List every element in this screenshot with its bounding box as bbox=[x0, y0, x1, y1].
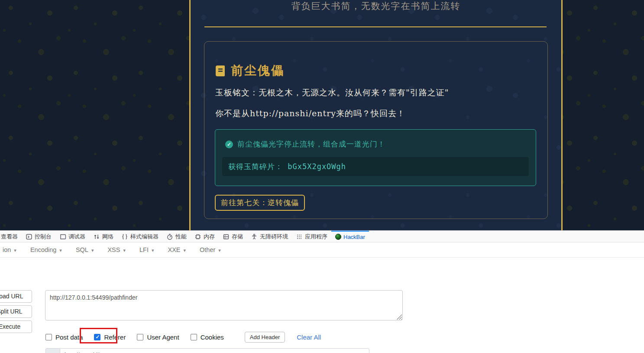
tab-storage[interactable]: 存储 bbox=[219, 231, 247, 242]
cookies-checkbox[interactable] bbox=[191, 334, 197, 340]
tab-network[interactable]: 网络 bbox=[89, 231, 117, 242]
webpage-viewport: 背负巨大书简，无数光字在书简上流转 前尘傀儡 玉板铭文：无根之木，无源之水。汝从… bbox=[0, 0, 644, 230]
accessibility-icon bbox=[251, 233, 258, 240]
devtools-panel: 查看器 控制台 调试器 网络 样式编辑器 性能 内存 存储 bbox=[0, 230, 644, 353]
hackbar-content: Load URL Split URL Execute http://127.0.… bbox=[0, 258, 644, 353]
application-icon bbox=[296, 233, 303, 240]
referer-value-input[interactable] bbox=[60, 348, 369, 353]
quest-inscription: 玉板铭文：无根之木，无源之水。汝从何来？需有"引路之证" bbox=[215, 87, 449, 98]
referer-prefix-label: R bbox=[45, 348, 60, 353]
quest-card: 前尘傀儡 玉板铭文：无根之木，无源之水。汝从何来？需有"引路之证" 你不是从ht… bbox=[204, 41, 548, 219]
options-row: Post data Referer User Agent Cookies Add… bbox=[45, 332, 321, 342]
menu-xss[interactable]: XSS bbox=[106, 245, 129, 255]
menu-encoding[interactable]: Encoding bbox=[29, 245, 65, 255]
split-url-button[interactable]: Split URL bbox=[0, 305, 32, 318]
menu-encryption[interactable]: ion bbox=[1, 245, 20, 255]
style-editor-icon bbox=[121, 233, 128, 240]
page-header-text: 背负巨大书简，无数光字在书简上流转 bbox=[191, 0, 561, 12]
devtools-tabbar: 查看器 控制台 调试器 网络 样式编辑器 性能 内存 存储 bbox=[0, 231, 644, 242]
url-input[interactable]: http://127.0.0.1:54499/pathfinder bbox=[45, 290, 403, 320]
load-url-button[interactable]: Load URL bbox=[0, 290, 32, 303]
referer-row: R bbox=[45, 348, 369, 353]
cookies-label: Cookies bbox=[201, 333, 224, 341]
memory-icon bbox=[194, 233, 201, 240]
quest-title: 前尘傀儡 bbox=[231, 62, 285, 79]
tab-hackbar[interactable]: HackBar bbox=[331, 231, 369, 242]
console-icon bbox=[26, 233, 32, 240]
clear-all-link[interactable]: Clear All bbox=[297, 333, 321, 341]
tab-performance[interactable]: 性能 bbox=[162, 231, 191, 242]
user-agent-checkbox[interactable] bbox=[137, 334, 143, 340]
referer-checkbox[interactable] bbox=[94, 334, 100, 340]
quest-warning: 你不是从http://panshi/entry来的吗？快回去！ bbox=[215, 108, 405, 119]
check-circle-icon: ✓ bbox=[225, 141, 233, 148]
tab-inspector[interactable]: 查看器 bbox=[0, 231, 22, 242]
hackbar-icon bbox=[335, 234, 341, 240]
scroll-column: 背负巨大书简，无数光字在书简上流转 前尘傀儡 玉板铭文：无根之木，无源之水。汝从… bbox=[189, 0, 563, 230]
tab-accessibility[interactable]: 无障碍环境 bbox=[247, 231, 292, 242]
user-agent-label: User Agent bbox=[147, 333, 179, 341]
post-data-label: Post data bbox=[55, 333, 83, 341]
gold-divider bbox=[204, 26, 547, 27]
next-level-button[interactable]: 前往第七关：逆转傀儡 bbox=[215, 195, 305, 211]
network-icon bbox=[93, 233, 100, 240]
tab-style-editor[interactable]: 样式编辑器 bbox=[117, 231, 162, 242]
success-box: ✓ 前尘傀儡光字停止流转，组合成一道光门！ 获得玉简碎片： bGx5X2gxOW… bbox=[215, 129, 536, 186]
storage-icon bbox=[223, 233, 230, 240]
fragment-box: 获得玉简碎片： bGx5X2gxOWgh bbox=[222, 157, 529, 176]
tab-memory[interactable]: 内存 bbox=[191, 231, 219, 242]
menu-xxe[interactable]: XXE bbox=[166, 245, 189, 255]
menu-other[interactable]: Other bbox=[198, 245, 224, 255]
fragment-text: 获得玉简碎片： bGx5X2gxOWgh bbox=[228, 162, 346, 172]
performance-icon bbox=[166, 233, 173, 240]
execute-button[interactable]: Execute bbox=[0, 320, 32, 333]
add-header-button[interactable]: Add Header bbox=[245, 332, 285, 343]
menu-lfi[interactable]: LFI bbox=[138, 245, 157, 255]
book-icon bbox=[215, 65, 225, 77]
hackbar-menubar: ion Encoding SQL XSS LFI XXE Other bbox=[0, 242, 644, 258]
success-message: 前尘傀儡光字停止流转，组合成一道光门！ bbox=[237, 139, 385, 149]
tab-console[interactable]: 控制台 bbox=[22, 231, 55, 242]
tab-debugger[interactable]: 调试器 bbox=[55, 231, 89, 242]
post-data-checkbox[interactable] bbox=[45, 334, 52, 340]
tab-application[interactable]: 应用程序 bbox=[292, 231, 331, 242]
referer-label: Referer bbox=[104, 333, 126, 341]
menu-sql[interactable]: SQL bbox=[74, 245, 97, 255]
debugger-icon bbox=[59, 233, 66, 240]
